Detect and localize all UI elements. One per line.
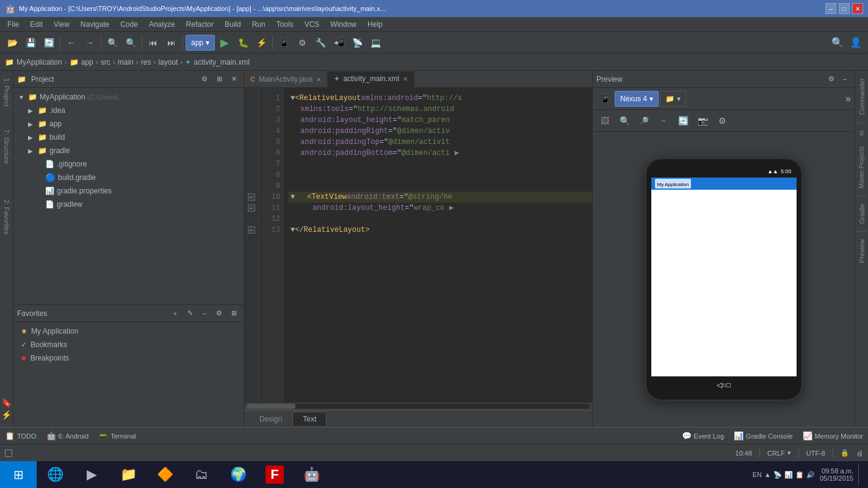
menu-code[interactable]: Code	[115, 19, 143, 30]
fold-row-13[interactable]: −	[244, 224, 258, 235]
toolbar-forward[interactable]: →	[81, 34, 98, 51]
toolbar-open-folder[interactable]: 📂	[4, 34, 21, 51]
panel-close-btn[interactable]: ✕	[228, 73, 240, 85]
left-icon-2[interactable]: ⚡	[1, 410, 12, 420]
bt-eventlog[interactable]: 💬 Event Log	[682, 431, 725, 440]
bt-gradle-console[interactable]: 📊 Gradle Console	[734, 431, 792, 440]
toolbar-device3[interactable]: 💻	[367, 34, 384, 51]
bc-src[interactable]: src	[101, 58, 110, 66]
fold-row-10[interactable]: −	[244, 192, 258, 203]
run-button[interactable]: ▶	[216, 34, 233, 51]
scrollbar-thumb[interactable]	[247, 404, 295, 409]
menu-help[interactable]: Help	[363, 19, 388, 30]
bt-todo[interactable]: 📋 TODO	[5, 431, 37, 440]
fav-breakpoints[interactable]: ● Breakpoints	[13, 351, 244, 365]
fav-sort-btn[interactable]: ⊞	[228, 307, 240, 320]
nav-back-btn[interactable]: ◁	[717, 381, 722, 389]
preview-more-btn[interactable]: »	[845, 93, 851, 104]
tray-volume[interactable]: 🔊	[806, 471, 815, 479]
rs-tab-commander[interactable]: Commander	[857, 73, 867, 120]
toolbar-search-global[interactable]: 🔍	[829, 34, 846, 51]
bc-app[interactable]: 📁 app	[70, 58, 93, 66]
bc-layout[interactable]: layout	[158, 58, 178, 66]
fav-gear-btn[interactable]: ⚙	[213, 307, 225, 320]
bt-android[interactable]: 🤖 6: Android	[46, 431, 89, 440]
preview-hide-btn[interactable]: −	[839, 73, 851, 85]
start-button[interactable]: ⊞	[0, 461, 37, 488]
left-tab-favorites[interactable]: 2: Favorites	[2, 195, 12, 239]
toolbar-search-right[interactable]: 🔍	[122, 34, 139, 51]
tree-root[interactable]: ▼ 📁 MyApplication (C:\Users\...	[13, 90, 244, 104]
left-icon-1[interactable]: 🔖	[1, 398, 12, 407]
bt-terminal[interactable]: 📟 Terminal	[98, 431, 136, 440]
taskbar-vlc[interactable]: 🔶	[146, 461, 183, 488]
bc-myapplication[interactable]: 📁 MyApplication	[5, 58, 62, 66]
status-encoding[interactable]: UTF-8	[806, 450, 825, 457]
tab-activity-main-xml[interactable]: ✦ activity_main.xml ✕	[328, 71, 414, 87]
design-tab[interactable]: Design	[249, 412, 292, 426]
tab-mainactivity-close[interactable]: ✕	[316, 76, 321, 83]
horizontal-scrollbar[interactable]	[244, 403, 592, 410]
rs-tab-maven-label[interactable]: Maven Projects	[857, 142, 866, 193]
profile-button[interactable]: ⚡	[253, 34, 270, 51]
fav-bookmarks[interactable]: ✓ Bookmarks	[13, 338, 244, 351]
taskbar-ie[interactable]: 🌐	[37, 461, 73, 488]
taskbar-chrome[interactable]: 🌍	[220, 461, 256, 488]
taskbar-explorer[interactable]: 📁	[110, 461, 146, 488]
toolbar-nav-right[interactable]: ⏭	[163, 34, 180, 51]
rs-tab-gradle[interactable]: Gradle	[857, 199, 867, 229]
preview-zoom-btn-disabled[interactable]: 🖼	[596, 112, 613, 129]
theme-dropdown[interactable]: 📁 ▾	[660, 91, 686, 107]
tree-build[interactable]: ▶ 📁 build	[13, 131, 244, 144]
minimize-button[interactable]: –	[825, 3, 836, 14]
fold-icon-11[interactable]: −	[248, 204, 255, 212]
toolbar-avd[interactable]: 📱	[275, 34, 292, 51]
bc-main[interactable]: main	[118, 58, 134, 66]
preview-settings-btn[interactable]: ⚙	[825, 73, 837, 85]
tree-gitignore[interactable]: ▶ 📄 .gitignore	[13, 157, 244, 171]
menu-window[interactable]: Window	[325, 19, 361, 30]
text-tab[interactable]: Text	[292, 412, 327, 426]
fav-add-btn[interactable]: +	[169, 307, 181, 320]
bt-memory[interactable]: 📈 Memory Monitor	[803, 431, 863, 440]
left-tab-project[interactable]: 1: Project	[2, 73, 12, 111]
taskbar-android-studio[interactable]: 🤖	[293, 461, 330, 488]
device-dropdown[interactable]: Nexus 4 ▾	[615, 91, 659, 107]
tree-gradle[interactable]: ▶ 📁 gradle	[13, 144, 244, 157]
tree-gradlew[interactable]: ▶ 📄 gradlew	[13, 198, 244, 211]
maximize-button[interactable]: □	[839, 3, 850, 14]
toolbar-device2[interactable]: 📡	[349, 34, 366, 51]
show-desktop-btn[interactable]	[858, 464, 863, 486]
menu-edit[interactable]: Edit	[25, 19, 48, 30]
preview-settings2[interactable]: ⚙	[714, 112, 731, 129]
menu-vcs[interactable]: VCS	[300, 19, 325, 30]
menu-view[interactable]: View	[49, 19, 74, 30]
nav-home-btn[interactable]: ○	[722, 381, 726, 389]
menu-file[interactable]: File	[2, 19, 24, 30]
toolbar-nav-left[interactable]: ⏮	[145, 34, 162, 51]
fold-icon-10[interactable]: −	[248, 193, 255, 201]
status-line-ending[interactable]: CRLF ▾	[767, 449, 791, 457]
tree-gradle-props[interactable]: ▶ 📊 gradle.properties	[13, 184, 244, 198]
menu-tools[interactable]: Tools	[272, 19, 298, 30]
panel-settings-btn[interactable]: ⊞	[213, 73, 225, 85]
toolbar-save[interactable]: 💾	[22, 34, 39, 51]
menu-navigate[interactable]: Navigate	[76, 19, 114, 30]
fav-delete-btn[interactable]: −	[198, 307, 211, 320]
tree-build-gradle[interactable]: ▶ 🔵 build.gradle	[13, 171, 244, 184]
nav-recents-btn[interactable]: □	[726, 381, 731, 389]
taskbar-media-player[interactable]: ▶	[73, 461, 110, 488]
tree-idea[interactable]: ▶ 📁 .idea	[13, 104, 244, 117]
toolbar-device1[interactable]: 📲	[330, 34, 347, 51]
taskbar-filemanager[interactable]: 🗂	[183, 461, 220, 488]
toolbar-search-left[interactable]: 🔍	[104, 34, 121, 51]
preview-zoom-in[interactable]: 🔍	[616, 112, 633, 129]
panel-gear-btn[interactable]: ⚙	[198, 73, 211, 85]
toolbar-settings[interactable]: 🔧	[312, 34, 329, 51]
tab-activity-main-xml-close[interactable]: ✕	[403, 76, 408, 82]
left-tab-structure[interactable]: 7: Structure	[2, 124, 12, 169]
toolbar-account[interactable]: 👤	[847, 34, 864, 51]
preview-zoom-actual[interactable]: −	[655, 112, 672, 129]
preview-device-icon[interactable]: 📱	[596, 90, 613, 107]
fav-edit-btn[interactable]: ✎	[184, 307, 196, 320]
